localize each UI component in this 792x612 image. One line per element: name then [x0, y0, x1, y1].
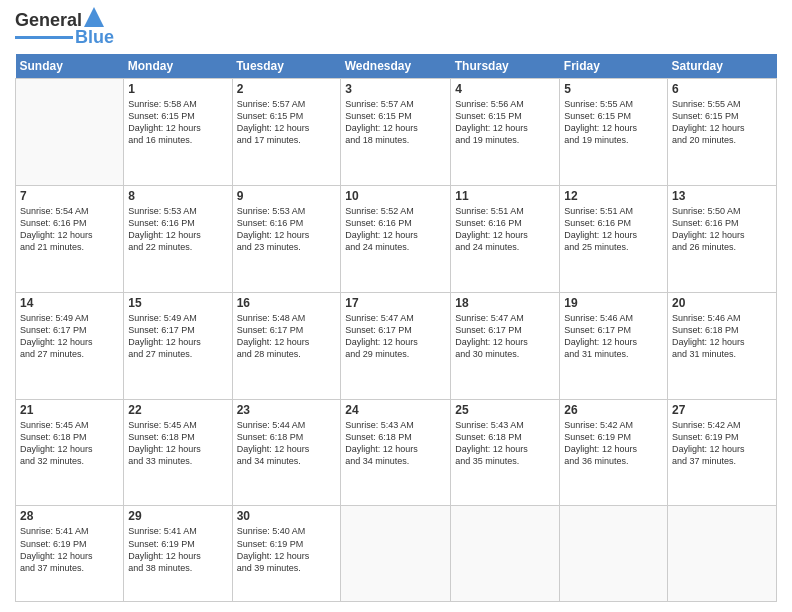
day-number: 11 [455, 189, 555, 203]
day-info: Sunrise: 5:53 AM Sunset: 6:16 PM Dayligh… [128, 205, 227, 254]
day-cell: 5Sunrise: 5:55 AM Sunset: 6:15 PM Daylig… [560, 79, 668, 186]
day-cell: 30Sunrise: 5:40 AM Sunset: 6:19 PM Dayli… [232, 506, 341, 602]
day-info: Sunrise: 5:49 AM Sunset: 6:17 PM Dayligh… [128, 312, 227, 361]
calendar: Sunday Monday Tuesday Wednesday Thursday… [15, 54, 777, 602]
day-cell: 11Sunrise: 5:51 AM Sunset: 6:16 PM Dayli… [451, 185, 560, 292]
day-info: Sunrise: 5:54 AM Sunset: 6:16 PM Dayligh… [20, 205, 119, 254]
day-info: Sunrise: 5:48 AM Sunset: 6:17 PM Dayligh… [237, 312, 337, 361]
day-number: 28 [20, 509, 119, 523]
day-cell: 10Sunrise: 5:52 AM Sunset: 6:16 PM Dayli… [341, 185, 451, 292]
day-cell: 13Sunrise: 5:50 AM Sunset: 6:16 PM Dayli… [668, 185, 777, 292]
day-number: 8 [128, 189, 227, 203]
day-cell [668, 506, 777, 602]
day-info: Sunrise: 5:46 AM Sunset: 6:17 PM Dayligh… [564, 312, 663, 361]
day-number: 29 [128, 509, 227, 523]
svg-marker-0 [84, 7, 104, 27]
day-number: 25 [455, 403, 555, 417]
day-number: 18 [455, 296, 555, 310]
col-sunday: Sunday [16, 54, 124, 79]
day-info: Sunrise: 5:57 AM Sunset: 6:15 PM Dayligh… [237, 98, 337, 147]
day-cell: 29Sunrise: 5:41 AM Sunset: 6:19 PM Dayli… [124, 506, 232, 602]
day-info: Sunrise: 5:51 AM Sunset: 6:16 PM Dayligh… [455, 205, 555, 254]
week-row-3: 14Sunrise: 5:49 AM Sunset: 6:17 PM Dayli… [16, 292, 777, 399]
day-cell: 8Sunrise: 5:53 AM Sunset: 6:16 PM Daylig… [124, 185, 232, 292]
day-cell: 24Sunrise: 5:43 AM Sunset: 6:18 PM Dayli… [341, 399, 451, 506]
day-number: 19 [564, 296, 663, 310]
day-cell: 25Sunrise: 5:43 AM Sunset: 6:18 PM Dayli… [451, 399, 560, 506]
day-cell: 21Sunrise: 5:45 AM Sunset: 6:18 PM Dayli… [16, 399, 124, 506]
day-number: 9 [237, 189, 337, 203]
logo: General Blue [15, 10, 114, 48]
day-info: Sunrise: 5:43 AM Sunset: 6:18 PM Dayligh… [345, 419, 446, 468]
col-saturday: Saturday [668, 54, 777, 79]
day-info: Sunrise: 5:52 AM Sunset: 6:16 PM Dayligh… [345, 205, 446, 254]
day-info: Sunrise: 5:40 AM Sunset: 6:19 PM Dayligh… [237, 525, 337, 574]
day-info: Sunrise: 5:55 AM Sunset: 6:15 PM Dayligh… [672, 98, 772, 147]
day-info: Sunrise: 5:45 AM Sunset: 6:18 PM Dayligh… [128, 419, 227, 468]
day-number: 26 [564, 403, 663, 417]
day-cell: 15Sunrise: 5:49 AM Sunset: 6:17 PM Dayli… [124, 292, 232, 399]
day-cell: 9Sunrise: 5:53 AM Sunset: 6:16 PM Daylig… [232, 185, 341, 292]
day-info: Sunrise: 5:42 AM Sunset: 6:19 PM Dayligh… [672, 419, 772, 468]
col-wednesday: Wednesday [341, 54, 451, 79]
col-monday: Monday [124, 54, 232, 79]
day-number: 21 [20, 403, 119, 417]
page: General Blue Sunday Monday Tuesday [0, 0, 792, 612]
day-info: Sunrise: 5:56 AM Sunset: 6:15 PM Dayligh… [455, 98, 555, 147]
day-cell: 18Sunrise: 5:47 AM Sunset: 6:17 PM Dayli… [451, 292, 560, 399]
day-number: 30 [237, 509, 337, 523]
day-info: Sunrise: 5:41 AM Sunset: 6:19 PM Dayligh… [20, 525, 119, 574]
col-thursday: Thursday [451, 54, 560, 79]
day-number: 12 [564, 189, 663, 203]
day-info: Sunrise: 5:57 AM Sunset: 6:15 PM Dayligh… [345, 98, 446, 147]
day-number: 5 [564, 82, 663, 96]
day-number: 27 [672, 403, 772, 417]
day-info: Sunrise: 5:51 AM Sunset: 6:16 PM Dayligh… [564, 205, 663, 254]
day-info: Sunrise: 5:55 AM Sunset: 6:15 PM Dayligh… [564, 98, 663, 147]
day-info: Sunrise: 5:53 AM Sunset: 6:16 PM Dayligh… [237, 205, 337, 254]
day-cell: 27Sunrise: 5:42 AM Sunset: 6:19 PM Dayli… [668, 399, 777, 506]
day-number: 6 [672, 82, 772, 96]
day-info: Sunrise: 5:49 AM Sunset: 6:17 PM Dayligh… [20, 312, 119, 361]
day-cell: 23Sunrise: 5:44 AM Sunset: 6:18 PM Dayli… [232, 399, 341, 506]
day-cell: 12Sunrise: 5:51 AM Sunset: 6:16 PM Dayli… [560, 185, 668, 292]
day-cell: 4Sunrise: 5:56 AM Sunset: 6:15 PM Daylig… [451, 79, 560, 186]
day-info: Sunrise: 5:44 AM Sunset: 6:18 PM Dayligh… [237, 419, 337, 468]
day-number: 16 [237, 296, 337, 310]
day-number: 4 [455, 82, 555, 96]
header-row: Sunday Monday Tuesday Wednesday Thursday… [16, 54, 777, 79]
week-row-2: 7Sunrise: 5:54 AM Sunset: 6:16 PM Daylig… [16, 185, 777, 292]
day-cell: 16Sunrise: 5:48 AM Sunset: 6:17 PM Dayli… [232, 292, 341, 399]
week-row-4: 21Sunrise: 5:45 AM Sunset: 6:18 PM Dayli… [16, 399, 777, 506]
day-cell: 20Sunrise: 5:46 AM Sunset: 6:18 PM Dayli… [668, 292, 777, 399]
day-number: 1 [128, 82, 227, 96]
day-number: 3 [345, 82, 446, 96]
week-row-5: 28Sunrise: 5:41 AM Sunset: 6:19 PM Dayli… [16, 506, 777, 602]
day-info: Sunrise: 5:45 AM Sunset: 6:18 PM Dayligh… [20, 419, 119, 468]
day-cell: 1Sunrise: 5:58 AM Sunset: 6:15 PM Daylig… [124, 79, 232, 186]
week-row-1: 1Sunrise: 5:58 AM Sunset: 6:15 PM Daylig… [16, 79, 777, 186]
col-friday: Friday [560, 54, 668, 79]
day-info: Sunrise: 5:50 AM Sunset: 6:16 PM Dayligh… [672, 205, 772, 254]
day-number: 23 [237, 403, 337, 417]
day-number: 20 [672, 296, 772, 310]
day-info: Sunrise: 5:47 AM Sunset: 6:17 PM Dayligh… [345, 312, 446, 361]
day-info: Sunrise: 5:46 AM Sunset: 6:18 PM Dayligh… [672, 312, 772, 361]
day-cell [451, 506, 560, 602]
day-number: 24 [345, 403, 446, 417]
day-info: Sunrise: 5:43 AM Sunset: 6:18 PM Dayligh… [455, 419, 555, 468]
day-cell: 26Sunrise: 5:42 AM Sunset: 6:19 PM Dayli… [560, 399, 668, 506]
header: General Blue [15, 10, 777, 48]
day-cell: 17Sunrise: 5:47 AM Sunset: 6:17 PM Dayli… [341, 292, 451, 399]
col-tuesday: Tuesday [232, 54, 341, 79]
day-cell: 6Sunrise: 5:55 AM Sunset: 6:15 PM Daylig… [668, 79, 777, 186]
day-info: Sunrise: 5:41 AM Sunset: 6:19 PM Dayligh… [128, 525, 227, 574]
day-cell: 22Sunrise: 5:45 AM Sunset: 6:18 PM Dayli… [124, 399, 232, 506]
day-cell: 7Sunrise: 5:54 AM Sunset: 6:16 PM Daylig… [16, 185, 124, 292]
day-number: 15 [128, 296, 227, 310]
day-info: Sunrise: 5:58 AM Sunset: 6:15 PM Dayligh… [128, 98, 227, 147]
day-cell [560, 506, 668, 602]
day-cell [341, 506, 451, 602]
day-number: 2 [237, 82, 337, 96]
day-number: 17 [345, 296, 446, 310]
